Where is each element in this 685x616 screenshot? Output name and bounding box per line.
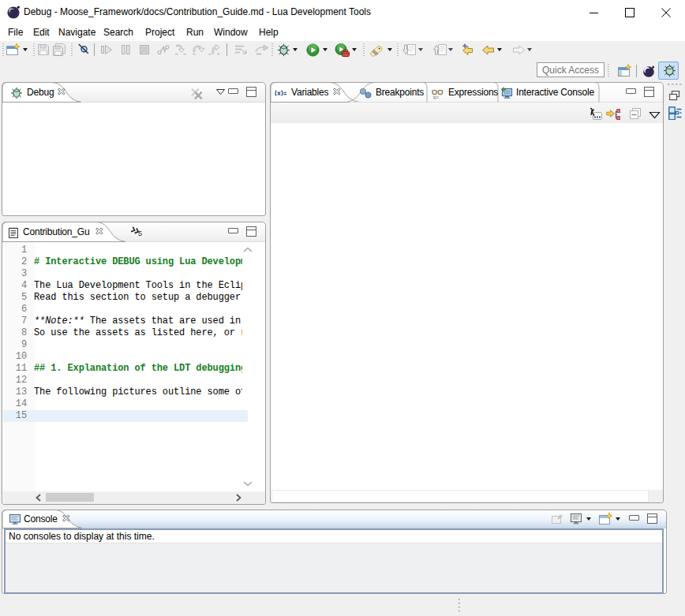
svg-text:x=: x= bbox=[433, 95, 439, 100]
